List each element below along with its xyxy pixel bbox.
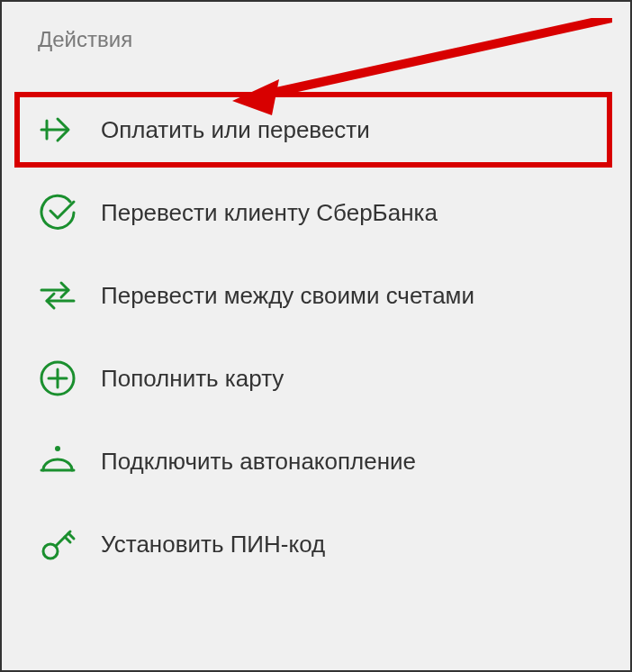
action-label: Перевести клиенту СберБанка bbox=[101, 199, 438, 227]
arrows-exchange-icon bbox=[38, 276, 77, 315]
action-set-pin[interactable]: Установить ПИН-код bbox=[2, 503, 630, 586]
actions-panel: Действия Оплатить или перевести bbox=[0, 0, 632, 672]
section-title: Действия bbox=[38, 27, 630, 52]
action-pay-or-transfer[interactable]: Оплатить или перевести bbox=[11, 88, 616, 171]
action-auto-savings[interactable]: Подключить автонакопление bbox=[2, 420, 630, 503]
action-label: Установить ПИН-код bbox=[101, 531, 325, 558]
action-label: Оплатить или перевести bbox=[101, 116, 370, 144]
action-label: Подключить автонакопление bbox=[101, 448, 416, 476]
action-transfer-own[interactable]: Перевести между своими счетами bbox=[2, 254, 630, 337]
action-transfer-sber[interactable]: Перевести клиенту СберБанка bbox=[2, 171, 630, 254]
action-list: Оплатить или перевести Перевести клиенту… bbox=[2, 88, 630, 586]
action-topup-card[interactable]: Пополнить карту bbox=[2, 337, 630, 420]
check-circle-icon bbox=[38, 193, 77, 232]
action-label: Пополнить карту bbox=[101, 365, 284, 393]
key-icon bbox=[38, 524, 77, 564]
arrow-right-icon bbox=[38, 110, 77, 150]
plus-circle-icon bbox=[38, 359, 77, 398]
svg-point-4 bbox=[55, 446, 60, 451]
action-label: Перевести между своими счетами bbox=[101, 282, 474, 310]
piggy-bank-icon bbox=[38, 441, 77, 481]
